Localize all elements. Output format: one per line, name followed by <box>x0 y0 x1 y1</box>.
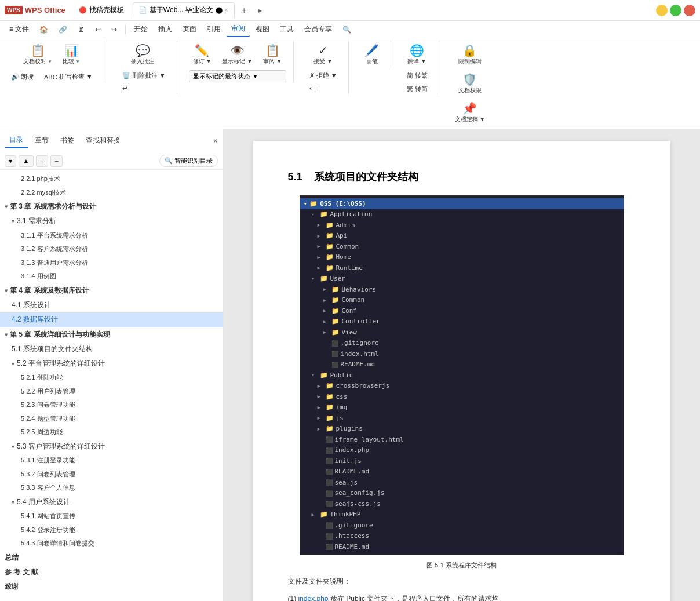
menu-page[interactable]: 页面 <box>178 22 201 37</box>
ribbon-btn-show-mark[interactable]: 👁️ 显示标记 ▼ <box>218 41 257 68</box>
menu-insert[interactable]: 插入 <box>154 22 177 37</box>
toc-item-532[interactable]: 5.3.2 问卷列表管理 <box>0 468 223 482</box>
tree-js[interactable]: ▶ 📁 js <box>300 413 624 424</box>
menu-start[interactable]: 开始 <box>129 22 152 37</box>
menu-search[interactable]: 🔍 <box>338 23 356 36</box>
ribbon-btn-reject[interactable]: ✗ 拒绝 ▼ <box>305 70 341 82</box>
toc-item-543[interactable]: 5.4.3 问卷详情和问卷提交 <box>0 537 223 551</box>
tree-behaviors[interactable]: ▶ 📁 Behaviors <box>300 285 624 296</box>
toc-item-31[interactable]: ▾3.1 需求分析 <box>0 214 223 228</box>
sidebar-tab-findreplace[interactable]: 查找和替换 <box>81 133 125 148</box>
ribbon-btn-nav-prev[interactable]: ⟸ <box>305 83 341 94</box>
toc-item-41[interactable]: 4.1 系统设计 <box>0 298 223 312</box>
tree-gitignore1[interactable]: ▶ ⬛ .gitignore <box>300 338 624 349</box>
toc-item-533[interactable]: 5.3.3 客户个人信息 <box>0 481 223 495</box>
menu-link-icon[interactable]: 🔗 <box>54 23 72 36</box>
toc-item-531[interactable]: 5.3.1 注册登录功能 <box>0 454 223 468</box>
tree-readme2[interactable]: ▶ ⬛ README.md <box>300 467 624 478</box>
toc-item-525[interactable]: 5.2.5 周边功能 <box>0 425 223 439</box>
ribbon-btn-spell[interactable]: ABC 拼写检查 ▼ <box>40 71 97 83</box>
toc-item-references[interactable]: 参 考 文 献 <box>0 565 223 580</box>
toc-add-btn[interactable]: + <box>36 155 48 167</box>
tree-runtime[interactable]: ▶ 📁 Runtime <box>300 263 624 274</box>
ribbon-btn-doccheck[interactable]: 📋 文档校对 ▼ <box>19 41 56 68</box>
toc-item-311[interactable]: 3.1.1 平台系统需求分析 <box>0 229 223 243</box>
tree-public[interactable]: ▾ 📁 Public <box>300 370 624 381</box>
menu-file[interactable]: ≡ 文件 <box>5 22 34 37</box>
tree-htaccess[interactable]: ▶ ⬛ .htaccess <box>300 531 624 542</box>
add-tab-btn[interactable]: + <box>237 3 251 18</box>
toc-item-42[interactable]: 4.2 数据库设计 <box>0 312 223 327</box>
ribbon-btn-accept[interactable]: ✓ 接受 ▼ <box>309 41 337 68</box>
tab-close-btn[interactable]: × <box>225 7 228 13</box>
smart-toc-btn[interactable]: 🔍 智能识别目录 <box>159 155 218 167</box>
tree-readme3[interactable]: ▶ ⬛ README.md <box>300 542 624 553</box>
index-php-link[interactable]: index.php <box>298 595 329 601</box>
tree-application[interactable]: ▾ 📁 Application <box>300 209 624 220</box>
toc-item-221[interactable]: 2.2.1 php技术 <box>0 172 223 186</box>
toc-item-conclusion[interactable]: 总结 <box>0 551 223 565</box>
tree-crossbrowser[interactable]: ▶ 📁 crossbrowserjs <box>300 381 624 392</box>
menu-doc-icon[interactable]: 🖹 <box>73 23 89 36</box>
toc-item-523[interactable]: 5.2.3 问卷管理功能 <box>0 398 223 412</box>
tree-seajs-css[interactable]: ▶ ⬛ seajs-css.js <box>300 499 624 510</box>
ribbon-btn-comment-back[interactable]: ↩ <box>118 83 170 94</box>
tree-view[interactable]: ▶ 📁 View <box>300 327 624 338</box>
menu-redo[interactable]: ↪ <box>107 23 122 36</box>
ribbon-btn-compare[interactable]: 📊 比较 ▼ <box>59 41 84 68</box>
tree-sea-js[interactable]: ▶ ⬛ sea.js <box>300 478 624 489</box>
toc-remove-btn[interactable]: − <box>50 155 63 167</box>
menu-undo[interactable]: ↩ <box>90 23 105 36</box>
toc-item-ch4[interactable]: ▾第 4 章 系统及数据库设计 <box>0 283 223 298</box>
tree-index-html1[interactable]: ▶ ⬛ index.html <box>300 349 624 360</box>
tree-admin[interactable]: ▶ 📁 Admin <box>300 220 624 231</box>
tree-controller[interactable]: ▶ 📁 Controller <box>300 316 624 327</box>
menu-home-icon[interactable]: 🏠 <box>35 23 53 36</box>
ribbon-btn-insert-comment[interactable]: 💬 插入批注 <box>127 41 158 68</box>
tree-init-js[interactable]: ▶ ⬛ init.js <box>300 456 624 467</box>
toc-item-541[interactable]: 5.4.1 网站首页宣传 <box>0 509 223 523</box>
tree-css[interactable]: ▶ 📁 css <box>300 392 624 403</box>
tree-sea-config[interactable]: ▶ ⬛ sea_config.js <box>300 488 624 499</box>
toc-item-54[interactable]: ▾5.4 用户系统设计 <box>0 495 223 509</box>
tree-user-common[interactable]: ▶ 📁 Common <box>300 295 624 306</box>
ribbon-btn-translate[interactable]: 🌐 翻译 ▼ <box>403 41 431 68</box>
tree-thinkphp[interactable]: ▶ 📁 ThinkPHP <box>300 509 624 520</box>
ribbon-btn-track[interactable]: ✏️ 修订 ▼ <box>189 41 216 68</box>
sidebar-tab-chapter[interactable]: 章节 <box>30 133 53 148</box>
ribbon-btn-restrict[interactable]: 🔒 限制编辑 <box>454 41 486 68</box>
menu-review[interactable]: 审阅 <box>227 21 250 37</box>
toc-item-314[interactable]: 3.1.4 用例图 <box>0 269 223 283</box>
tab-wps[interactable]: 🔴 找稿壳模板 <box>72 2 130 18</box>
tree-readme1[interactable]: ▶ ⬛ README.md <box>300 359 624 370</box>
ribbon-btn-finalize[interactable]: 📌 文档定稿 ▼ <box>451 99 490 126</box>
toc-item-522[interactable]: 5.2.2 用户列表管理 <box>0 385 223 399</box>
ribbon-btn-doc-perm[interactable]: 🛡️ 文档权限 <box>454 70 486 97</box>
minimize-btn[interactable] <box>656 5 668 16</box>
toc-collapse-btn[interactable]: ▾ <box>5 155 16 167</box>
menu-tools[interactable]: 工具 <box>275 22 298 37</box>
toc-item-542[interactable]: 5.4.2 登录注册功能 <box>0 523 223 537</box>
tree-conf[interactable]: ▶ 📁 Conf <box>300 306 624 317</box>
menu-ref[interactable]: 引用 <box>202 22 225 37</box>
toc-item-312[interactable]: 3.1.2 客户系统需求分析 <box>0 242 223 256</box>
menu-view[interactable]: 视图 <box>251 22 274 37</box>
toc-item-521[interactable]: 5.2.1 登陆功能 <box>0 371 223 385</box>
ribbon-btn-to-simp[interactable]: 繁 转简 <box>403 83 432 95</box>
toc-item-53[interactable]: ▾5.3 客户管理系统的详细设计 <box>0 439 223 454</box>
nav-arrow-btn[interactable]: ▸ <box>254 4 267 17</box>
tree-api[interactable]: ▶ 📁 Api <box>300 231 624 242</box>
toc-item-ch5[interactable]: ▾第 5 章 系统详细设计与功能实现 <box>0 327 223 342</box>
ribbon-btn-draw[interactable]: 🖊️ 画笔 <box>360 41 384 68</box>
toc-item-222[interactable]: 2.2.2 mysql技术 <box>0 186 223 200</box>
sidebar-tab-bookmark[interactable]: 书签 <box>56 133 79 148</box>
ribbon-btn-review-pane[interactable]: 📋 审阅 ▼ <box>259 41 286 68</box>
tree-gitignore2[interactable]: ▶ ⬛ .gitignore <box>300 520 624 531</box>
toc-up-btn[interactable]: ▲ <box>19 155 34 167</box>
tree-iframe-layout[interactable]: ▶ ⬛ iframe_layout.html <box>300 435 624 446</box>
toc-item-51[interactable]: 5.1 系统项目的文件夹结构 <box>0 342 223 356</box>
tab-doc[interactable]: 📄 基于Web... 毕业论文 ⬤ × <box>133 2 235 18</box>
toc-item-ch3[interactable]: ▾第 3 章 系统需求分析与设计 <box>0 199 223 214</box>
tree-home[interactable]: ▶ 📁 Home <box>300 252 624 263</box>
menu-vip[interactable]: 会员专享 <box>300 22 337 37</box>
